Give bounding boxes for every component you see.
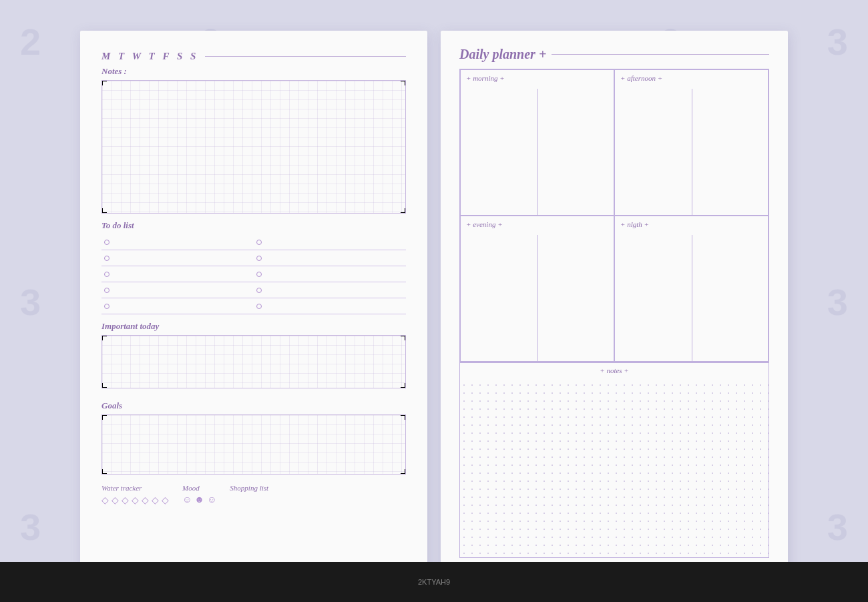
todo-circle: [256, 240, 262, 245]
todo-row[interactable]: [254, 234, 406, 250]
todo-circle: [104, 240, 110, 245]
todo-row[interactable]: [254, 250, 406, 266]
goals-label: Goals: [101, 400, 406, 411]
pages-container: 2 3 3 3 3 3 3 3 3 3 M T W T F S S Notes …: [0, 0, 868, 602]
evening-divider: [537, 235, 538, 361]
todo-section: To do list: [101, 220, 406, 314]
watermark-8: 3: [827, 505, 848, 549]
important-label: Important today: [101, 321, 406, 332]
todo-rows: [101, 234, 406, 314]
todo-circle: [256, 256, 262, 261]
mood-icon-2: ☻: [194, 495, 204, 505]
notes-bottom[interactable]: + notes +: [459, 362, 769, 558]
time-sections-grid: + morning + + afternoon + + evening + + …: [459, 69, 769, 362]
watermark-9: 3: [20, 280, 41, 324]
evening-section[interactable]: + evening +: [460, 216, 614, 362]
morning-label: + morning +: [466, 74, 608, 82]
drop-icon-3: ◇: [122, 495, 129, 506]
trackers-row: Water tracker ◇ ◇ ◇ ◇ ◇ ◇ ◇ Mood ☺ ☻ ☺: [101, 484, 406, 506]
afternoon-divider: [692, 89, 692, 215]
mood-icons: ☺ ☻ ☺: [182, 495, 216, 505]
morning-divider: [537, 89, 538, 215]
notes-grid[interactable]: [101, 80, 406, 214]
watermark-4: 3: [827, 20, 848, 63]
daily-header: Daily planner +: [459, 47, 769, 62]
morning-section[interactable]: + morning +: [460, 69, 614, 216]
night-section[interactable]: + nlgth +: [614, 216, 769, 362]
todo-circle: [256, 288, 262, 293]
todo-circle: [104, 272, 110, 277]
afternoon-label: + afternoon +: [620, 74, 763, 82]
water-icons: ◇ ◇ ◇ ◇ ◇ ◇ ◇: [101, 495, 169, 506]
todo-circle: [256, 304, 262, 309]
todo-circle: [104, 288, 110, 293]
notes-bottom-header: + notes +: [460, 362, 769, 378]
water-label: Water tracker: [101, 484, 169, 492]
todo-circle: [104, 304, 110, 309]
todo-col-right: [254, 234, 406, 314]
watermark-5: 3: [20, 505, 41, 549]
todo-row[interactable]: [254, 282, 406, 298]
drop-icon-6: ◇: [152, 495, 159, 506]
todo-row[interactable]: [101, 250, 254, 266]
left-page: M T W T F S S Notes : To do list: [80, 31, 427, 571]
days-row: M T W T F S S: [101, 51, 406, 62]
goals-grid[interactable]: [101, 414, 406, 475]
shopping-tracker: Shopping list: [230, 484, 268, 492]
evening-label: + evening +: [466, 220, 608, 228]
watermark-10: 3: [827, 280, 848, 324]
water-tracker: Water tracker ◇ ◇ ◇ ◇ ◇ ◇ ◇: [101, 484, 169, 506]
important-grid[interactable]: [101, 335, 406, 388]
mood-icon-3: ☺: [207, 495, 216, 505]
drop-icon-7: ◇: [162, 495, 169, 506]
todo-circle: [256, 272, 262, 277]
stock-code: 2KTYAH9: [418, 578, 450, 586]
todo-col-left: [101, 234, 254, 314]
daily-title: Daily planner +: [459, 47, 546, 62]
todo-row[interactable]: [101, 298, 254, 314]
daily-line: [552, 54, 769, 55]
days-line: [205, 56, 406, 57]
night-divider: [692, 235, 692, 361]
notes-label: Notes :: [101, 66, 406, 77]
mood-tracker: Mood ☺ ☻ ☺: [182, 484, 216, 505]
drop-icon-2: ◇: [112, 495, 119, 506]
drop-icon-4: ◇: [132, 495, 139, 506]
todo-circle: [104, 256, 110, 261]
afternoon-section[interactable]: + afternoon +: [614, 69, 769, 216]
shopping-label: Shopping list: [230, 484, 268, 492]
right-page: Daily planner + + morning + + afternoon …: [441, 31, 788, 571]
watermark-1: 2: [20, 20, 41, 63]
mood-label: Mood: [182, 484, 216, 492]
bottom-bar: 2KTYAH9: [0, 562, 868, 602]
drop-icon-1: ◇: [101, 495, 109, 506]
todo-row[interactable]: [254, 298, 406, 314]
mood-icon-1: ☺: [182, 495, 192, 505]
todo-label: To do list: [101, 220, 406, 231]
night-label: + nlgth +: [620, 220, 763, 228]
dot-grid: [460, 381, 769, 557]
todo-row[interactable]: [101, 266, 254, 282]
notes-bottom-label: + notes +: [600, 366, 629, 374]
days-letters: M T W T F S S: [101, 51, 198, 62]
todo-row[interactable]: [101, 234, 254, 250]
todo-row[interactable]: [101, 282, 254, 298]
todo-row[interactable]: [254, 266, 406, 282]
drop-icon-5: ◇: [142, 495, 149, 506]
